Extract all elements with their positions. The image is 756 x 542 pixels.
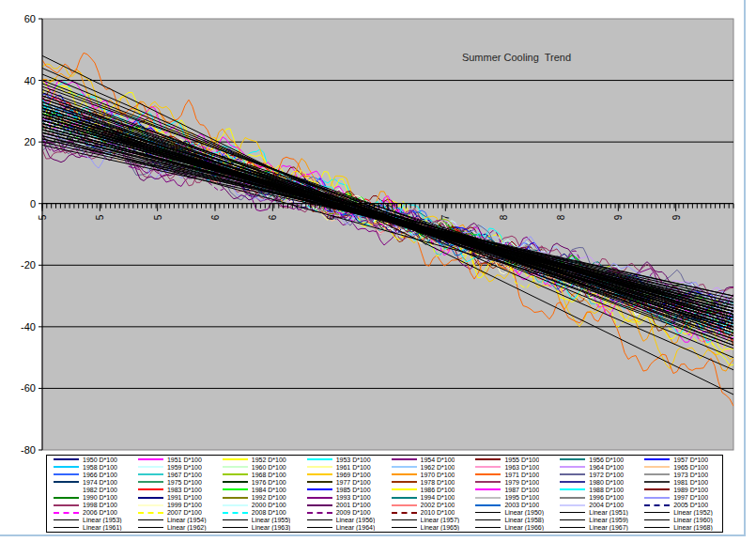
legend-entry: 1996 D*100 — [553, 494, 638, 501]
spreadsheet-chart-window: 6040200-20-40-60-80555666778899 Summer C… — [0, 0, 756, 542]
legend-key-line — [307, 497, 332, 499]
legend-label: 1986 D*100 — [421, 487, 455, 493]
legend-entry: 1971 D*100 — [469, 472, 553, 478]
legend-key-line — [392, 466, 417, 468]
legend-entry: Linear (1954) — [131, 517, 216, 523]
legend-entry: 2001 D*100 — [301, 502, 385, 508]
legend-label: Linear (1963) — [252, 524, 291, 531]
legend-label: Linear (1951) — [589, 509, 628, 516]
legend-entry: Linear (1952) — [638, 509, 722, 516]
legend-label: 1973 D*100 — [673, 472, 708, 478]
legend-label: Linear (1954) — [167, 517, 207, 523]
legend-entry: 1997 D*100 — [638, 494, 722, 501]
legend-label: 1978 D*100 — [421, 479, 455, 486]
legend-key-line — [560, 481, 585, 483]
legend-key-line — [307, 466, 332, 468]
legend-entry: 1994 D*100 — [385, 494, 470, 501]
legend-label: Linear (1962) — [167, 524, 207, 531]
legend-key-line — [307, 504, 332, 506]
legend-label: Linear (1953) — [83, 517, 122, 523]
legend-key-line — [307, 519, 332, 520]
legend-key-line — [138, 504, 163, 506]
legend-row: Linear (1961)Linear (1962)Linear (1963)L… — [47, 524, 722, 532]
chart-canvas[interactable]: 6040200-20-40-60-80555666778899 — [0, 0, 756, 456]
legend-entry: Linear (1950) — [469, 509, 553, 516]
legend-label: 2003 D*100 — [504, 502, 539, 508]
legend-row: Linear (1953)Linear (1954)Linear (1955)L… — [47, 517, 722, 524]
legend-label: Linear (1966) — [504, 524, 544, 531]
legend-label: Linear (1965) — [421, 524, 460, 531]
legend-entry: 1964 D*100 — [553, 464, 638, 471]
legend-key-line — [644, 458, 670, 460]
legend-label: 1997 D*100 — [673, 494, 708, 501]
legend-label: 1962 D*100 — [421, 464, 455, 471]
x-axis-label: 8 — [556, 214, 566, 220]
legend-key-line — [223, 519, 248, 520]
legend-key-line — [475, 512, 501, 513]
legend-key-line — [223, 473, 248, 475]
x-axis-label: 5 — [95, 214, 105, 220]
legend-row: 2006 D*1002007 D*1002008 D*1002009 D*100… — [47, 509, 722, 517]
legend-label: 1956 D*100 — [589, 457, 624, 463]
legend-entry: Linear (1968) — [638, 524, 722, 531]
legend-label: Linear (1967) — [589, 524, 628, 531]
legend-entry: 1967 D*100 — [131, 472, 216, 478]
legend-entry: 1976 D*100 — [216, 479, 301, 486]
legend-label: 1980 D*100 — [589, 479, 624, 486]
legend-key-line — [223, 488, 248, 490]
legend-key-line — [644, 488, 670, 490]
legend-key-line — [54, 466, 79, 468]
x-axis-label: 5 — [38, 214, 48, 220]
legend-entry: 1956 D*100 — [553, 457, 638, 463]
legend-label: Linear (1960) — [673, 517, 713, 523]
legend-key-line — [560, 458, 585, 460]
legend-key-line — [307, 488, 332, 490]
legend-key-line — [392, 497, 417, 499]
legend-entry: 1969 D*100 — [301, 472, 385, 478]
legend-label: 1979 D*100 — [504, 479, 539, 486]
legend-key-line — [560, 512, 585, 513]
legend-entry: 2005 D*100 — [638, 502, 722, 508]
pane-border-horizontal — [0, 534, 746, 536]
legend-label: 1964 D*100 — [589, 464, 624, 471]
legend-entry: 2004 D*100 — [553, 502, 638, 508]
legend-key-line — [644, 519, 670, 520]
chart-legend: 1950 D*1001951 D*1001952 D*1001953 D*100… — [46, 455, 723, 533]
legend-label: 1977 D*100 — [336, 479, 371, 486]
legend-label: 1952 D*100 — [252, 457, 286, 463]
legend-entry: 1963 D*100 — [469, 464, 553, 471]
legend-entry: 1988 D*100 — [553, 487, 638, 493]
legend-entry: Linear (1962) — [131, 524, 216, 531]
legend-label: 1983 D*100 — [167, 487, 202, 493]
legend-entry: Linear (1967) — [553, 524, 638, 531]
legend-key-line — [560, 497, 585, 499]
plot-area — [42, 19, 733, 450]
legend-entry: 1957 D*100 — [638, 457, 722, 463]
legend-entry: 1992 D*100 — [216, 494, 301, 501]
legend-key-line — [644, 481, 670, 483]
legend-key-line — [560, 519, 585, 520]
legend-key-line — [392, 512, 417, 514]
y-axis-label: 60 — [24, 13, 36, 24]
legend-label: 1985 D*100 — [336, 487, 371, 493]
x-axis-label: 7 — [383, 214, 393, 220]
legend-label: 2004 D*100 — [589, 502, 624, 508]
y-axis-label: -80 — [21, 444, 36, 456]
legend-entry: 2006 D*100 — [47, 509, 131, 516]
legend-label: 1994 D*100 — [421, 494, 455, 501]
legend-label: 1961 D*100 — [336, 464, 371, 471]
legend-row: 1998 D*1001999 D*1002000 D*1002001 D*100… — [47, 502, 722, 509]
legend-label: 1968 D*100 — [252, 472, 286, 478]
legend-key-line — [54, 458, 79, 460]
legend-key-line — [644, 504, 670, 506]
legend-key-line — [223, 458, 248, 460]
legend-entry: 1968 D*100 — [216, 472, 301, 478]
x-axis-label: 7 — [440, 214, 451, 220]
legend-label: 1972 D*100 — [589, 472, 624, 478]
legend-key-line — [392, 458, 417, 460]
legend-label: 1957 D*100 — [673, 457, 708, 463]
legend-label: 2009 D*100 — [336, 509, 371, 516]
legend-entry: 1991 D*100 — [131, 494, 216, 501]
legend-key-line — [644, 527, 670, 528]
legend-label: Linear (1952) — [673, 509, 713, 516]
